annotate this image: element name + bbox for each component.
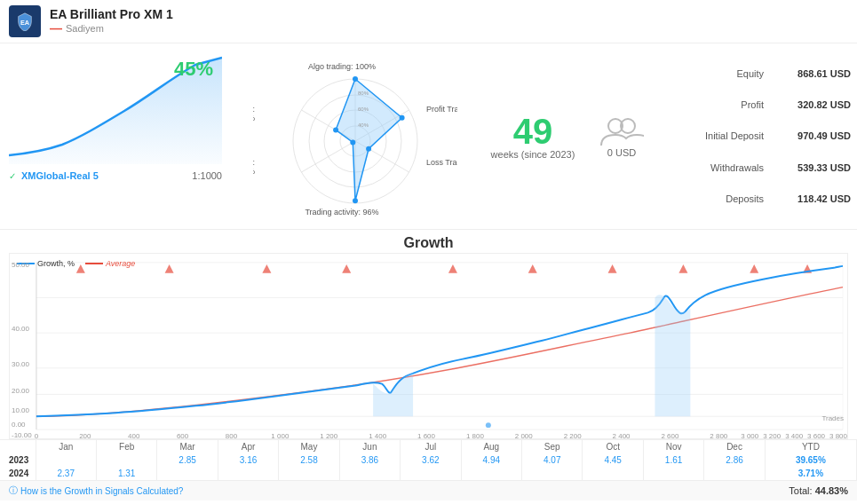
svg-marker-41 [448,264,457,273]
svg-text:2 400: 2 400 [613,432,631,438]
2024-dec [704,467,765,480]
month-aug: Aug [461,440,521,453]
dash-icon: — [50,21,62,35]
header: EA EA Brilliant Pro XM 1 — Sadiyem [0,0,857,43]
svg-text:40%: 40% [358,122,369,128]
2024-may [279,467,339,480]
withdrawals-label: Withdrawals [666,162,764,173]
2024-nov [643,467,703,480]
2023-oct: 4.45 [583,453,643,467]
svg-point-47 [486,422,491,428]
monthly-table-section: Jan Feb Mar Apr May Jun Jul Aug Sep Oct … [0,439,857,480]
weeks-box: 49 weeks (since 2023) [488,49,577,224]
svg-point-14 [333,127,338,132]
2024-aug [461,467,521,480]
2023-dec: 2.86 [704,453,765,467]
y-label-neg: -10.00 [12,431,32,439]
equity-value: 868.61 USD [771,68,851,79]
svg-text:1 400: 1 400 [369,432,387,438]
svg-text:3 800: 3 800 [829,432,847,438]
month-nov: Nov [643,440,703,453]
svg-text:400: 400 [128,432,140,438]
check-icon: ✓ [9,171,16,181]
svg-text:0: 0 [35,432,39,438]
svg-text:600: 600 [177,432,189,438]
initial-value: 970.49 USD [771,130,851,141]
2023-sep: 4.07 [522,453,583,467]
svg-point-12 [353,198,358,203]
weeks-label: weeks (since 2023) [491,149,575,160]
growth-title: Growth [9,230,848,253]
svg-point-10 [400,114,405,120]
2024-jul [401,467,461,480]
page-title: EA Brilliant Pro XM 1 [50,7,173,21]
y-label-mid-upper: 40.00 [12,325,29,333]
withdrawals-value: 539.33 USD [771,162,851,173]
profit-value: 320.82 USD [771,99,851,110]
growth-calc-link[interactable]: ⓘ How is the Growth in Signals Calculate… [9,484,183,497]
users-box: 0 USD [586,49,657,224]
initial-label: Initial Deposit [666,130,764,141]
svg-text:60%: 60% [358,106,369,112]
svg-point-9 [353,76,358,82]
y-label-mid: 30.00 [12,360,29,368]
legend-growth-label: Growth, % [37,259,75,268]
svg-text:1 600: 1 600 [417,432,436,438]
svg-text:1 000: 1 000 [271,432,290,438]
chart-legend: Growth, % Average [17,259,135,268]
right-stats: 49 weeks (since 2023) 0 USD Equity 868.6… [488,49,857,224]
2023-feb [96,453,156,467]
svg-text:EA: EA [20,19,30,27]
svg-text:3 600: 3 600 [807,432,826,438]
2024-jan: 2.37 [36,467,96,480]
trades-label: Trades [821,414,844,422]
svg-text:3 000: 3 000 [741,432,759,438]
svg-marker-39 [262,264,271,273]
month-jun: Jun [339,440,400,453]
subtitle: — Sadiyem [50,21,173,35]
year-2023: 2023 [0,453,36,467]
svg-text:4.4%: 4.4% [253,167,255,176]
2023-jun: 3.86 [339,453,400,467]
profit-label: Profit [666,99,764,110]
month-apr: Apr [218,440,278,453]
month-jan: Jan [36,440,96,453]
metric-row-deposits: Deposits 118.42 USD [666,193,857,205]
year-header [0,440,36,453]
monthly-table: Jan Feb Mar Apr May Jun Jul Aug Sep Oct … [0,440,857,480]
svg-text:2 600: 2 600 [661,432,679,438]
svg-text:Maximum drawdown:: Maximum drawdown: [253,105,255,114]
2024-sep [522,467,583,480]
growth-chart-svg: 0 200 400 600 800 1 000 1 200 1 400 1 60… [10,254,847,438]
month-jul: Jul [401,440,461,453]
growth-section: Growth Growth, % Average 50.00 40.00 30.… [0,230,857,439]
svg-text:1 800: 1 800 [466,432,485,438]
deposits-value: 118.42 USD [771,193,851,204]
deposits-label: Deposits [666,193,764,204]
equity-label: Equity [666,68,764,79]
svg-point-13 [350,139,355,145]
account-name[interactable]: XMGlobal-Real 5 [21,170,99,181]
svg-marker-42 [528,264,537,273]
percent-label: 45% [174,58,213,81]
y-label-low: 10.00 [12,406,29,414]
svg-text:800: 800 [226,432,238,438]
svg-text:2 800: 2 800 [710,432,728,438]
svg-text:2 000: 2 000 [515,432,534,438]
logo: EA [9,5,41,37]
metric-row-equity: Equity 868.61 USD [666,67,857,80]
month-oct: Oct [583,440,643,453]
month-may: May [279,440,339,453]
top-section: 45% ✓ XMGlobal-Real 5 1:1000 [0,43,857,230]
svg-text:200: 200 [79,432,91,438]
metric-row-initial: Initial Deposit 970.49 USD [666,130,857,142]
svg-marker-43 [608,264,617,273]
2023-ytd: 39.65% [765,453,856,467]
y-label-zero: 0.00 [12,421,26,429]
svg-marker-40 [342,264,351,273]
leverage: 1:1000 [192,170,222,181]
y-label-top: 50.00 [12,261,29,269]
weeks-number: 49 [513,114,553,149]
svg-text:Profit Trades: 75.2%: Profit Trades: 75.2% [426,105,457,114]
2023-jan [36,453,96,467]
